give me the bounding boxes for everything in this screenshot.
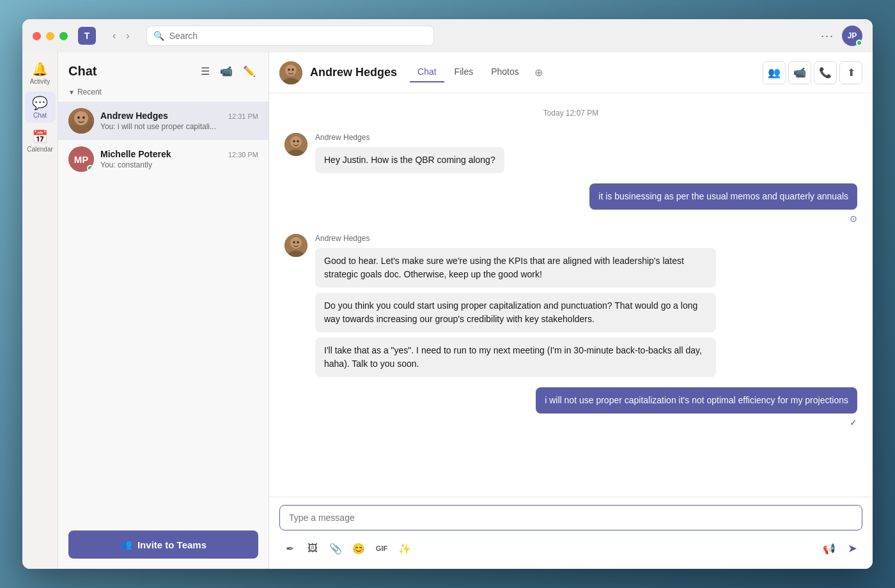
icon-sidebar: 🔔 Activity 💬 Chat 📅 Calendar xyxy=(22,52,58,569)
message-bubble: Good to hear. Let's make sure we're usin… xyxy=(315,248,716,288)
attach-button[interactable]: 📎 xyxy=(325,538,346,559)
search-bar[interactable]: 🔍 xyxy=(146,26,434,46)
teams-logo: T xyxy=(78,27,96,45)
schedule-button[interactable]: 📢 xyxy=(819,538,839,559)
chat-list-actions: ☰ 📹 ✏️ xyxy=(198,63,258,80)
chat-main: Andrew Hedges Chat Files Photos ⊕ 👥 📹 📞 xyxy=(269,52,873,569)
message-bubble: Hey Justin. How is the QBR coming along? xyxy=(315,147,504,173)
more-options-button[interactable]: ··· xyxy=(821,29,834,43)
compose-input-wrap[interactable] xyxy=(279,505,862,530)
svg-point-7 xyxy=(288,68,290,71)
tab-chat[interactable]: Chat xyxy=(410,63,444,82)
compose-area: ✒ 🖼 📎 😊 GIF ✨ xyxy=(269,497,873,569)
new-chat-button[interactable]: ✏️ xyxy=(240,63,258,80)
multi-bubble-group: Good to hear. Let's make sure we're usin… xyxy=(315,248,716,377)
tab-files[interactable]: Files xyxy=(447,63,481,82)
list-item[interactable]: MP Michelle Poterek 12:30 PM You: consta… xyxy=(58,140,268,178)
schedule-icon: 📢 xyxy=(823,543,836,555)
status-dot xyxy=(87,165,93,171)
message-content: Andrew Hedges Hey Justin. How is the QBR… xyxy=(315,133,504,173)
chat-item-time: 12:30 PM xyxy=(228,151,258,159)
invite-to-teams-button[interactable]: 👥 Invite to Teams xyxy=(68,530,258,559)
app-window: T ‹ › 🔍 ··· JP 🔔 Activity 💬 xyxy=(22,19,873,569)
svg-point-13 xyxy=(297,140,299,143)
back-button[interactable]: ‹ xyxy=(109,27,120,44)
message-bubble: I'll take that as a "yes". I need to run… xyxy=(315,337,716,377)
user-avatar: JP xyxy=(842,26,862,46)
chat-header-tabs: Chat Files Photos ⊕ xyxy=(410,63,548,82)
attach-icon: 📎 xyxy=(329,543,342,555)
tab-photos[interactable]: Photos xyxy=(483,63,527,82)
filter-button[interactable]: ☰ xyxy=(198,63,212,80)
chat-item-info: Andrew Hedges 12:31 PM You: i will not u… xyxy=(100,111,258,131)
message-group: it is businessing as per the usual memos… xyxy=(284,183,857,224)
message-group: i will not use proper capitalization it'… xyxy=(284,387,857,428)
search-icon: 🔍 xyxy=(153,31,164,41)
video-icon: 📹 xyxy=(793,66,806,79)
video-call-button[interactable]: 📹 xyxy=(217,63,235,80)
invite-section: 👥 Invite to Teams xyxy=(58,520,268,569)
message-sender: Andrew Hedges xyxy=(315,234,716,243)
forward-button[interactable]: › xyxy=(122,27,133,44)
svg-point-0 xyxy=(74,111,88,125)
gif-icon: GIF xyxy=(376,545,387,552)
message-bubble: i will not use proper capitalization it'… xyxy=(536,387,857,414)
gif-button[interactable]: GIF xyxy=(371,538,392,559)
recent-arrow-icon: ▼ xyxy=(68,89,75,96)
send-button[interactable]: ➤ xyxy=(842,538,862,559)
chat-header-avatar xyxy=(279,61,302,84)
avatar: MP xyxy=(68,146,94,172)
chat-list-panel: Chat ☰ 📹 ✏️ ▼ Recent xyxy=(58,52,269,569)
phone-icon: 📞 xyxy=(819,66,832,79)
chat-item-time: 12:31 PM xyxy=(228,112,258,120)
close-button[interactable] xyxy=(33,32,41,40)
format-button[interactable]: ✒ xyxy=(279,538,300,559)
sticker-button[interactable]: ✨ xyxy=(394,538,415,559)
chat-items-list: Andrew Hedges 12:31 PM You: i will not u… xyxy=(58,102,268,520)
message-input[interactable] xyxy=(289,513,853,523)
chat-header: Andrew Hedges Chat Files Photos ⊕ 👥 📹 📞 xyxy=(269,52,873,93)
chat-item-preview: You: i will not use proper capitali... xyxy=(100,122,258,131)
message-bubble: it is businessing as per the usual memos… xyxy=(589,183,857,210)
sidebar-item-calendar[interactable]: 📅 Calendar xyxy=(25,125,56,157)
list-item[interactable]: Andrew Hedges 12:31 PM You: i will not u… xyxy=(58,102,268,140)
andrew-avatar-img xyxy=(68,108,94,134)
message-avatar xyxy=(284,133,307,156)
message-content: it is businessing as per the usual memos… xyxy=(589,183,857,224)
svg-point-18 xyxy=(297,241,299,244)
emoji-button[interactable]: 😊 xyxy=(348,538,369,559)
call-button[interactable]: 📞 xyxy=(814,61,837,84)
titlebar-right: ··· JP xyxy=(821,26,862,46)
message-content: i will not use proper capitalization it'… xyxy=(536,387,857,428)
image-button[interactable]: 🖼 xyxy=(302,538,323,559)
add-tab-button[interactable]: ⊕ xyxy=(529,63,548,82)
emoji-icon: 😊 xyxy=(352,543,365,555)
svg-point-3 xyxy=(82,116,85,119)
calendar-icon: 📅 xyxy=(32,129,48,144)
maximize-button[interactable] xyxy=(59,32,68,40)
video-button[interactable]: 📹 xyxy=(788,61,811,84)
participants-button[interactable]: 👥 xyxy=(763,61,786,84)
message-content: Andrew Hedges Good to hear. Let's make s… xyxy=(315,234,716,377)
user-status-dot xyxy=(856,40,862,46)
share-button[interactable]: ⬆ xyxy=(839,61,862,84)
chat-header-actions: 👥 📹 📞 ⬆ xyxy=(763,61,862,84)
sidebar-item-activity[interactable]: 🔔 Activity xyxy=(25,58,56,89)
share-icon: ⬆ xyxy=(847,66,855,79)
search-input[interactable] xyxy=(169,31,427,41)
svg-point-1 xyxy=(72,126,91,134)
chat-item-top: Andrew Hedges 12:31 PM xyxy=(100,111,258,121)
minimize-button[interactable] xyxy=(46,32,54,40)
compose-toolbar: ✒ 🖼 📎 😊 GIF ✨ xyxy=(279,536,862,561)
recent-label: ▼ Recent xyxy=(58,85,268,102)
send-icon: ➤ xyxy=(848,541,857,555)
compose-right-actions: 📢 ➤ xyxy=(819,538,862,559)
activity-icon: 🔔 xyxy=(32,61,48,77)
chat-item-name: Andrew Hedges xyxy=(100,111,168,121)
avatar xyxy=(68,108,94,134)
sidebar-item-chat[interactable]: 💬 Chat xyxy=(25,91,56,123)
participants-icon: 👥 xyxy=(768,66,781,79)
messages-area: Today 12:07 PM xyxy=(269,93,873,497)
message-delivered-icon: ✓ xyxy=(850,417,857,428)
message-bubble: Do you think you could start using prope… xyxy=(315,293,716,332)
